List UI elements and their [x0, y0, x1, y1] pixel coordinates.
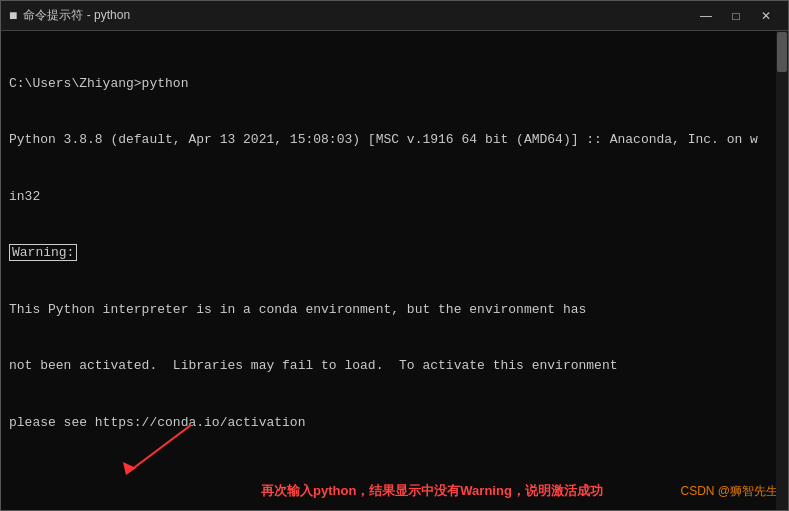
scrollbar-thumb[interactable]	[777, 32, 787, 72]
window-title: 命令提示符 - python	[23, 7, 130, 24]
line-6: not been activated. Libraries may fail t…	[9, 357, 780, 376]
maximize-button[interactable]: □	[722, 6, 750, 26]
title-bar-controls: — □ ✕	[692, 6, 780, 26]
line-5: This Python interpreter is in a conda en…	[9, 301, 780, 320]
watermark: CSDN @狮智先生	[680, 483, 778, 500]
svg-line-0	[131, 425, 191, 470]
scrollbar[interactable]	[776, 31, 788, 510]
line-4: Warning:	[9, 244, 780, 263]
line-3: in32	[9, 188, 780, 207]
svg-marker-1	[123, 462, 136, 475]
title-bar-left: ■ 命令提示符 - python	[9, 7, 130, 24]
line-2: Python 3.8.8 (default, Apr 13 2021, 15:0…	[9, 131, 780, 150]
title-bar: ■ 命令提示符 - python — □ ✕	[1, 1, 788, 31]
close-button[interactable]: ✕	[752, 6, 780, 26]
window: ■ 命令提示符 - python — □ ✕ C:\Users\Zhiyang>…	[0, 0, 789, 511]
line-1: C:\Users\Zhiyang>python	[9, 75, 780, 94]
minimize-button[interactable]: —	[692, 6, 720, 26]
cmd-icon: ■	[9, 8, 17, 24]
warning-label: Warning:	[9, 244, 77, 261]
arrow-svg	[111, 420, 241, 480]
annotation-text: 再次输入python，结果显示中没有Warning，说明激活成功	[261, 482, 603, 500]
terminal: C:\Users\Zhiyang>python Python 3.8.8 (de…	[1, 31, 788, 510]
